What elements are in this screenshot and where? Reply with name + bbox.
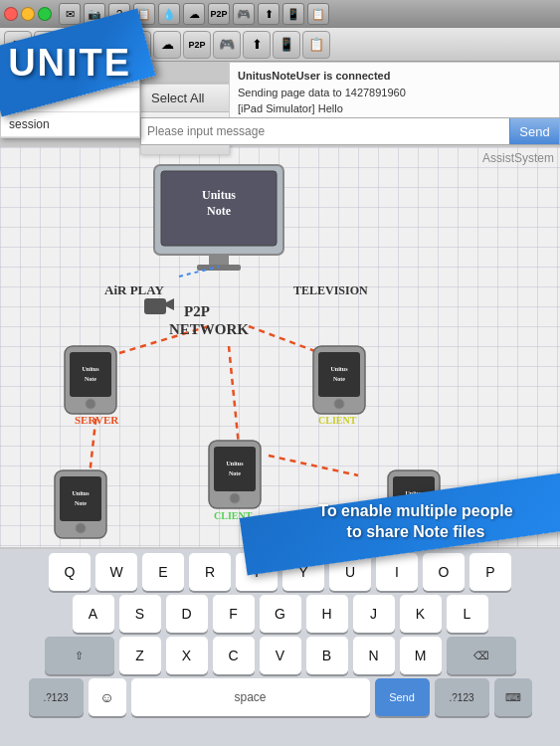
- message-input-field[interactable]: [141, 124, 509, 138]
- key-g[interactable]: G: [260, 595, 301, 633]
- key-n[interactable]: N: [353, 637, 395, 674]
- key-j[interactable]: J: [353, 595, 395, 633]
- key-c[interactable]: C: [213, 637, 255, 674]
- shift-key[interactable]: ⇧: [45, 637, 114, 674]
- key-r[interactable]: R: [189, 553, 231, 591]
- keyboard: Q W E R T Y U I O P A S D F G H J K L ⇧ …: [0, 549, 560, 746]
- status-line-3: [iPad Simulator] Hello: [238, 100, 551, 117]
- message-input-bar: Send: [140, 117, 560, 145]
- key-m[interactable]: M: [400, 637, 442, 674]
- bottom-banner-text: To enable multiple people to share Note …: [272, 502, 560, 544]
- key-q[interactable]: Q: [49, 553, 91, 591]
- minimize-button[interactable]: [21, 7, 35, 21]
- toolbar-btn-p2p[interactable]: P2P: [183, 31, 211, 59]
- unite-title: UNITE: [8, 42, 131, 85]
- toolbar-icon-10[interactable]: 📋: [307, 3, 329, 25]
- key-w[interactable]: W: [95, 553, 137, 591]
- toolbar-btn-9[interactable]: 📱: [273, 31, 300, 59]
- key-z[interactable]: Z: [119, 637, 161, 674]
- key-k[interactable]: K: [400, 595, 442, 633]
- key-h[interactable]: H: [306, 595, 348, 633]
- return-key[interactable]: Send: [375, 678, 430, 716]
- select-all-button[interactable]: Select All: [141, 85, 229, 112]
- numbers-key-right[interactable]: .?123: [435, 678, 489, 716]
- key-a[interactable]: A: [73, 595, 114, 633]
- toolbar-btn-6[interactable]: ☁: [153, 31, 181, 59]
- status-line-2: Sending page data to 1427891960: [238, 85, 551, 101]
- status-line-1: UnitusNoteUser is connected: [238, 68, 551, 85]
- numbers-key[interactable]: .?123: [29, 678, 84, 716]
- banner-line-1: To enable multiple people: [272, 502, 560, 523]
- key-p[interactable]: P: [469, 553, 511, 591]
- toolbar-btn-7[interactable]: 🎮: [213, 31, 241, 59]
- key-s[interactable]: S: [119, 595, 161, 633]
- toolbar-btn-8[interactable]: ⬆: [243, 31, 271, 59]
- assist-system-label: AssistSystem: [482, 151, 554, 165]
- toolbar-icon-9[interactable]: 📱: [282, 3, 304, 25]
- key-e[interactable]: E: [142, 553, 184, 591]
- maximize-button[interactable]: [38, 7, 52, 21]
- key-o[interactable]: O: [423, 553, 465, 591]
- session-label: session: [9, 117, 50, 131]
- toolbar-icon-p2p[interactable]: P2P: [208, 3, 230, 25]
- delete-key[interactable]: ⌫: [447, 637, 516, 674]
- toolbar-icon-7[interactable]: 🎮: [233, 3, 255, 25]
- toolbar-icon-6[interactable]: ☁: [183, 3, 205, 25]
- keyboard-row-3: ⇧ Z X C V B N M ⌫: [0, 637, 560, 674]
- close-button[interactable]: [4, 7, 18, 21]
- toolbar-icon-1[interactable]: ✉: [59, 3, 81, 25]
- toolbar-btn-10[interactable]: 📋: [302, 31, 330, 59]
- menu-item-session[interactable]: session: [1, 112, 139, 137]
- space-key[interactable]: space: [131, 678, 370, 716]
- emoji-key[interactable]: ☺: [89, 678, 126, 716]
- toolbar-icon-8[interactable]: ⬆: [258, 3, 280, 25]
- toolbar-icon-5[interactable]: 💧: [158, 3, 180, 25]
- key-d[interactable]: D: [166, 595, 208, 633]
- banner-line-2: to share Note files: [272, 523, 560, 544]
- key-i[interactable]: I: [376, 553, 418, 591]
- keyboard-row-4: .?123 ☺ space Send .?123 ⌨: [0, 678, 560, 716]
- status-notification: UnitusNoteUser is connected Sending page…: [229, 62, 560, 123]
- keyboard-row-2: A S D F G H J K L: [0, 595, 560, 633]
- key-f[interactable]: F: [213, 595, 255, 633]
- key-v[interactable]: V: [260, 637, 301, 674]
- keyboard-dismiss-key[interactable]: ⌨: [494, 678, 532, 716]
- key-l[interactable]: L: [447, 595, 488, 633]
- send-button[interactable]: Send: [509, 118, 559, 144]
- key-b[interactable]: B: [306, 637, 348, 674]
- key-x[interactable]: X: [166, 637, 208, 674]
